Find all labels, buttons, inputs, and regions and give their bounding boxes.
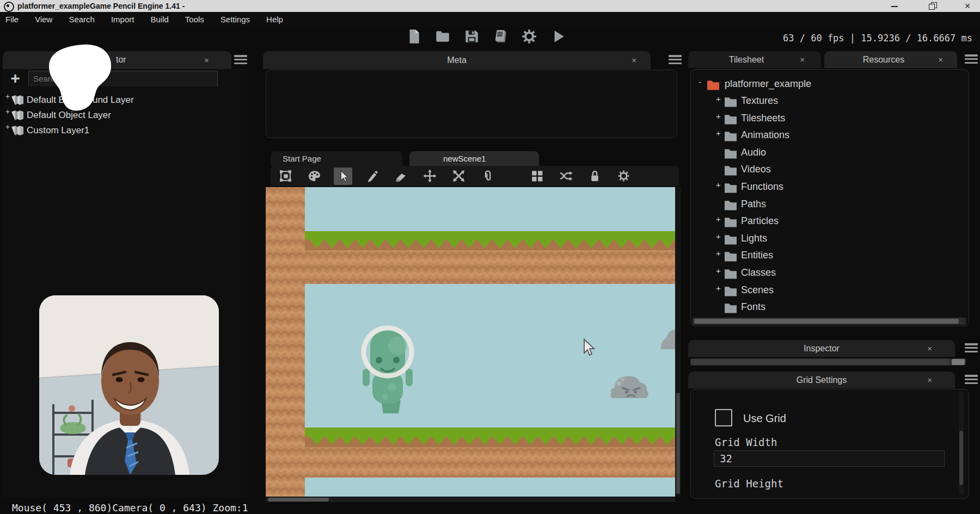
grid-blocks-icon[interactable] xyxy=(528,168,546,185)
tree-row-videos[interactable]: Videos xyxy=(691,163,963,178)
tree-row-entities[interactable]: +Entities xyxy=(691,249,963,264)
expand-icon[interactable]: + xyxy=(716,249,721,258)
expand-icon[interactable]: + xyxy=(5,92,10,101)
minimize-button[interactable] xyxy=(882,0,907,12)
paperclip-tool-icon[interactable] xyxy=(478,168,497,185)
layer-row-object[interactable]: + Default Object Layer xyxy=(3,108,242,123)
scrollbar-thumb[interactable] xyxy=(268,498,329,501)
inspector-panel-tab[interactable]: Inspector × xyxy=(688,340,955,357)
tab-start-page[interactable]: Start Page xyxy=(271,151,402,166)
cursor-tool-icon[interactable] xyxy=(334,168,352,185)
expand-icon[interactable]: + xyxy=(716,232,721,241)
tree-row-tilesheets[interactable]: +Tilesheets xyxy=(691,112,963,127)
tree-row-audio[interactable]: Audio xyxy=(691,146,963,161)
expand-icon[interactable]: + xyxy=(716,112,721,121)
tree-row-project[interactable]: - platformer_example xyxy=(691,77,963,92)
play-icon[interactable] xyxy=(550,28,566,45)
menu-file[interactable]: File xyxy=(0,12,27,27)
expand-icon[interactable]: + xyxy=(716,266,721,275)
transform-box-tool-icon[interactable] xyxy=(276,168,295,185)
resources-close-icon[interactable]: × xyxy=(938,51,943,68)
tree-row-paths[interactable]: Paths xyxy=(691,197,963,213)
tree-row-lights[interactable]: +Lights xyxy=(691,232,963,247)
map-layer-icon xyxy=(11,125,24,136)
tree-label: Animations xyxy=(741,129,789,141)
grid-settings-scrollbar[interactable] xyxy=(959,392,964,495)
scene-canvas[interactable] xyxy=(266,187,675,497)
menu-build[interactable]: Build xyxy=(142,12,176,27)
tree-row-animations[interactable]: +Animations xyxy=(691,128,963,144)
webcam-overlay xyxy=(39,295,219,475)
left-panel-menu-icon[interactable] xyxy=(234,55,247,64)
documentation-book-icon[interactable] xyxy=(492,28,509,45)
save-icon[interactable] xyxy=(463,28,480,45)
pencil-tool-icon[interactable] xyxy=(363,168,381,185)
shuffle-icon[interactable] xyxy=(556,168,575,185)
settings-gear-icon[interactable] xyxy=(521,28,537,45)
scene-vertical-scrollbar[interactable] xyxy=(675,187,681,497)
open-folder-icon[interactable] xyxy=(434,28,451,45)
close-window-button[interactable]: × xyxy=(955,0,980,12)
grid-width-input[interactable] xyxy=(714,450,945,467)
tree-row-functions[interactable]: +Functions xyxy=(691,180,963,195)
inspector-menu-icon[interactable] xyxy=(965,343,978,352)
expand-icon[interactable]: + xyxy=(5,122,10,131)
inspector-scrollbar[interactable] xyxy=(690,358,966,366)
meta-text-area[interactable] xyxy=(266,70,677,138)
add-layer-button[interactable]: + xyxy=(6,69,24,88)
tree-row-fonts[interactable]: Fonts xyxy=(691,300,963,315)
left-panel-close-icon[interactable]: × xyxy=(204,51,209,69)
scrollbar-end-block[interactable] xyxy=(952,359,965,365)
layer-row-custom[interactable]: + Custom Layer1 xyxy=(3,123,242,139)
expand-icon[interactable]: + xyxy=(5,107,10,116)
expand-icon[interactable]: + xyxy=(716,283,721,293)
scrollbar-thumb[interactable] xyxy=(959,431,963,485)
menu-help[interactable]: Help xyxy=(258,12,291,27)
grid-settings-panel: Use Grid Grid Width Grid Height xyxy=(690,389,969,499)
annotation-blob xyxy=(42,44,121,117)
expand-icon[interactable]: + xyxy=(716,94,721,103)
menu-import[interactable]: Import xyxy=(103,12,143,27)
scrollbar-thumb[interactable] xyxy=(676,393,680,494)
palette-tool-icon[interactable] xyxy=(305,168,323,185)
tree-row-scenes[interactable]: +Scenes xyxy=(691,283,963,299)
tab-tilesheet[interactable]: Tilesheet × xyxy=(688,51,821,68)
tree-row-particles[interactable]: +Particles xyxy=(691,214,963,230)
resources-menu-icon[interactable] xyxy=(965,54,978,64)
menu-tools[interactable]: Tools xyxy=(177,12,212,27)
scrollbar-thumb[interactable] xyxy=(694,319,959,324)
expand-icon[interactable]: + xyxy=(716,128,721,138)
collapse-icon[interactable]: - xyxy=(699,77,701,86)
tree-label: Videos xyxy=(741,164,771,175)
meta-panel-tab[interactable]: Meta × xyxy=(263,51,651,69)
move-tool-icon[interactable] xyxy=(420,168,439,185)
tab-new-scene[interactable]: newScene1 xyxy=(409,151,539,166)
eraser-tool-icon[interactable] xyxy=(391,168,410,185)
menu-search[interactable]: Search xyxy=(60,12,103,27)
tree-row-classes[interactable]: +Classes xyxy=(691,266,963,281)
new-file-icon[interactable] xyxy=(406,28,422,45)
menu-view[interactable]: View xyxy=(27,12,60,27)
scrollbar-thumb[interactable] xyxy=(691,359,949,365)
resource-tree-scrollbar[interactable] xyxy=(693,318,966,325)
grid-settings-close-icon[interactable]: × xyxy=(927,371,932,388)
tilesheet-close-icon[interactable]: × xyxy=(800,51,805,68)
expand-icon[interactable]: + xyxy=(716,214,721,224)
expand-icon[interactable]: + xyxy=(716,180,721,189)
grid-settings-menu-icon[interactable] xyxy=(965,375,978,384)
scene-horizontal-scrollbar[interactable] xyxy=(266,497,675,502)
tab-resources[interactable]: Resources × xyxy=(824,51,957,68)
scale-tool-icon[interactable] xyxy=(449,168,468,185)
meta-panel-menu-icon[interactable] xyxy=(669,55,682,64)
layer-row-background[interactable]: + Default Background Layer xyxy=(3,93,242,108)
meta-panel-close-icon[interactable]: × xyxy=(632,51,636,69)
menu-settings[interactable]: Settings xyxy=(212,12,258,27)
status-bar: Mouse( 453 , 860)Camera( 0 , 643) Zoom:1 xyxy=(12,502,248,513)
scene-settings-gear-icon[interactable] xyxy=(614,168,633,185)
lock-icon[interactable] xyxy=(585,168,604,185)
restore-button[interactable] xyxy=(919,0,944,12)
tree-row-textures[interactable]: +Textures xyxy=(691,94,963,109)
inspector-close-icon[interactable]: × xyxy=(927,340,932,357)
grid-settings-tab[interactable]: Grid Settings × xyxy=(688,371,955,388)
use-grid-checkbox[interactable] xyxy=(715,409,732,426)
